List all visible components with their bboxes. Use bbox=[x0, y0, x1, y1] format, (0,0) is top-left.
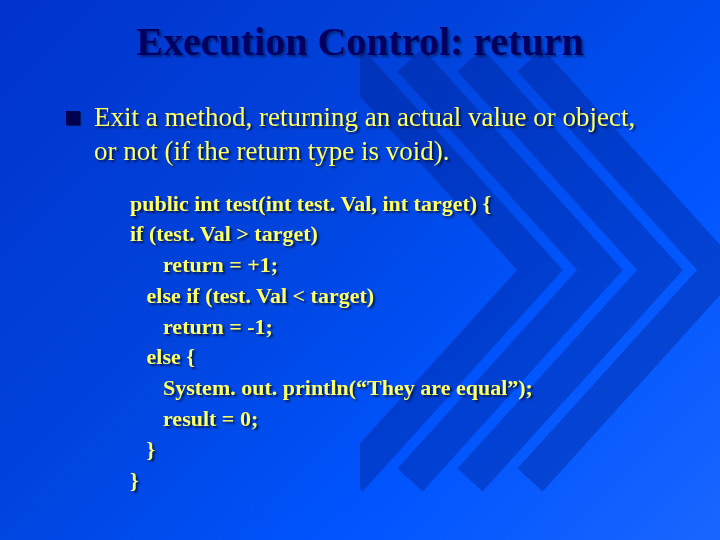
title-prefix: Execution Control: bbox=[136, 19, 473, 64]
slide-title: Execution Control: return bbox=[60, 18, 660, 65]
code-block: public int test(int test. Val, int targe… bbox=[130, 189, 660, 497]
title-keyword: return bbox=[473, 19, 583, 64]
bullet-item: Exit a method, returning an actual value… bbox=[66, 101, 660, 169]
slide: Execution Control: return Exit a method,… bbox=[0, 0, 720, 540]
bullet-text: Exit a method, returning an actual value… bbox=[94, 101, 660, 169]
square-bullet-icon bbox=[66, 111, 80, 125]
